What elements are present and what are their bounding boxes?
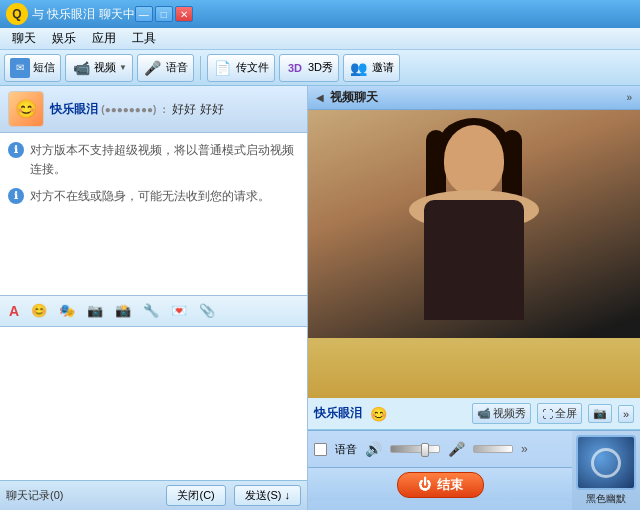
volume-icon[interactable]: 🔊: [365, 441, 382, 457]
file-button[interactable]: 📄 传文件: [207, 54, 275, 82]
contact-avatar: 😊: [8, 91, 44, 127]
fullscreen-icon: ⛶: [542, 408, 553, 420]
emoji-button[interactable]: 😊: [28, 301, 50, 320]
right-panel: ◀ 视频聊天 » 快乐眼泪 😊: [308, 86, 640, 510]
toolbar-separator: [200, 56, 201, 80]
sms-icon: ✉: [10, 58, 30, 78]
font-button[interactable]: A: [6, 301, 22, 321]
maximize-button[interactable]: □: [155, 6, 173, 22]
invite-icon: 👥: [349, 58, 369, 78]
chat-area: ℹ 对方版本不支持超级视频，将以普通模式启动视频连接。 ℹ 对方不在线或隐身，可…: [0, 133, 307, 295]
sms-button[interactable]: ✉ 短信: [4, 54, 61, 82]
toolbar: ✉ 短信 📹 视频 ▼ 🎤 语音 📄 传文件 3D 3D秀 👥 邀请: [0, 50, 640, 86]
end-row: ⏻ 结束: [308, 467, 572, 501]
chat-history-label: 聊天记录(0): [6, 488, 63, 503]
tools-button[interactable]: 🔧: [140, 301, 162, 320]
chat-input[interactable]: [0, 327, 307, 481]
video-panel-title: 视频聊天: [330, 89, 378, 106]
video-button[interactable]: 📹 视频 ▼: [65, 54, 133, 82]
title-bar: Q 与 快乐眼泪 聊天中 — □ ✕: [0, 0, 640, 28]
attach-button[interactable]: 📎: [196, 301, 218, 320]
image-button[interactable]: 📷: [84, 301, 106, 320]
volume-handle[interactable]: [421, 443, 429, 457]
d3-button[interactable]: 3D 3D秀: [279, 54, 339, 82]
audio-label: 语音: [335, 442, 357, 457]
file-icon: 📄: [213, 58, 233, 78]
input-toolbar: A 😊 🎭 📷 📸 🔧 💌 📎: [0, 295, 307, 327]
power-icon: ⏻: [418, 477, 431, 492]
small-video-thumbnail: [576, 435, 636, 490]
contact-info: 快乐眼泪 (●●●●●●●●) ： 好好 好好: [50, 101, 224, 118]
app-logo: Q: [6, 3, 28, 25]
info-icon-1: ℹ: [8, 142, 24, 158]
close-button[interactable]: ✕: [175, 6, 193, 22]
video-ctrl-row2-container: 语音 🔊 🎤 » ⏻ 结束: [308, 430, 640, 510]
video-more-icon: »: [623, 408, 629, 420]
audio-checkbox[interactable]: [314, 443, 327, 456]
video-background: [308, 338, 640, 398]
person-head: [444, 125, 504, 195]
capture-button[interactable]: 📸: [112, 301, 134, 320]
video-panel-arrow: ◀: [316, 92, 324, 103]
mic-icon: 🎤: [448, 441, 465, 457]
info-message-1: ℹ 对方版本不支持超级视频，将以普通模式启动视频连接。: [8, 141, 299, 179]
menu-entertainment[interactable]: 娱乐: [44, 28, 84, 49]
controls-more-icon[interactable]: »: [521, 442, 528, 456]
audio-button[interactable]: 🎤 语音: [137, 54, 194, 82]
video-person: [308, 110, 640, 398]
window-title: 与 快乐眼泪 聊天中: [32, 6, 135, 23]
window-controls: — □ ✕: [135, 6, 193, 22]
video-icon: 📹: [71, 58, 91, 78]
video-panel-more[interactable]: »: [626, 92, 632, 103]
menu-tools[interactable]: 工具: [124, 28, 164, 49]
audio-controls: 语音 🔊 🎤 » ⏻ 结束: [308, 431, 572, 510]
person-body: [424, 200, 524, 320]
minimize-button[interactable]: —: [135, 6, 153, 22]
small-video-label: 黑色幽默: [586, 492, 626, 506]
bottom-bar: 聊天记录(0) 关闭(C) 发送(S) ↓: [0, 480, 307, 510]
snapshot-icon: 📷: [593, 407, 607, 420]
video-icons: 📹 视频秀 ⛶ 全屏 📷 »: [472, 403, 634, 424]
info-icon-2: ℹ: [8, 188, 24, 204]
video-show-icon: 📹: [477, 407, 491, 420]
video-display: [308, 110, 640, 398]
small-video-container: 黑色幽默: [572, 431, 640, 510]
game-button[interactable]: 🎭: [56, 301, 78, 320]
video-panel-header: ◀ 视频聊天 »: [308, 86, 640, 110]
left-panel: 😊 快乐眼泪 (●●●●●●●●) ： 好好 好好 ℹ 对方版本不支持超级视频，…: [0, 86, 308, 510]
video-more-button[interactable]: »: [618, 405, 634, 423]
video-contact-emotion: 😊: [370, 406, 387, 422]
audio-icon: 🎤: [143, 58, 163, 78]
video-ctrl-row1: 快乐眼泪 😊 📹 视频秀 ⛶ 全屏 📷 »: [308, 398, 640, 430]
mic-slider[interactable]: [473, 445, 513, 453]
end-button[interactable]: ⏻ 结束: [397, 472, 484, 498]
video-show-button[interactable]: 📹 视频秀: [472, 403, 531, 424]
menu-bar: 聊天 娱乐 应用 工具: [0, 28, 640, 50]
menu-chat[interactable]: 聊天: [4, 28, 44, 49]
d3-icon: 3D: [285, 58, 305, 78]
small-video-circle: [591, 448, 621, 478]
send-button[interactable]: 发送(S) ↓: [234, 485, 301, 506]
fullscreen-button[interactable]: ⛶ 全屏: [537, 403, 582, 424]
video-ctrl-row2: 语音 🔊 🎤 »: [308, 431, 572, 467]
volume-slider[interactable]: [390, 445, 440, 453]
contact-header: 😊 快乐眼泪 (●●●●●●●●) ： 好好 好好: [0, 86, 307, 133]
close-chat-button[interactable]: 关闭(C): [166, 485, 225, 506]
invite-button[interactable]: 👥 邀请: [343, 54, 400, 82]
main-content: 😊 快乐眼泪 (●●●●●●●●) ： 好好 好好 ℹ 对方版本不支持超级视频，…: [0, 86, 640, 510]
snapshot-button[interactable]: 📷: [588, 404, 612, 423]
info-message-2: ℹ 对方不在线或隐身，可能无法收到您的请求。: [8, 187, 299, 206]
contact-name: 快乐眼泪 (●●●●●●●●) ： 好好 好好: [50, 101, 224, 118]
video-contact-name: 快乐眼泪: [314, 405, 362, 422]
mail-button[interactable]: 💌: [168, 301, 190, 320]
menu-apps[interactable]: 应用: [84, 28, 124, 49]
